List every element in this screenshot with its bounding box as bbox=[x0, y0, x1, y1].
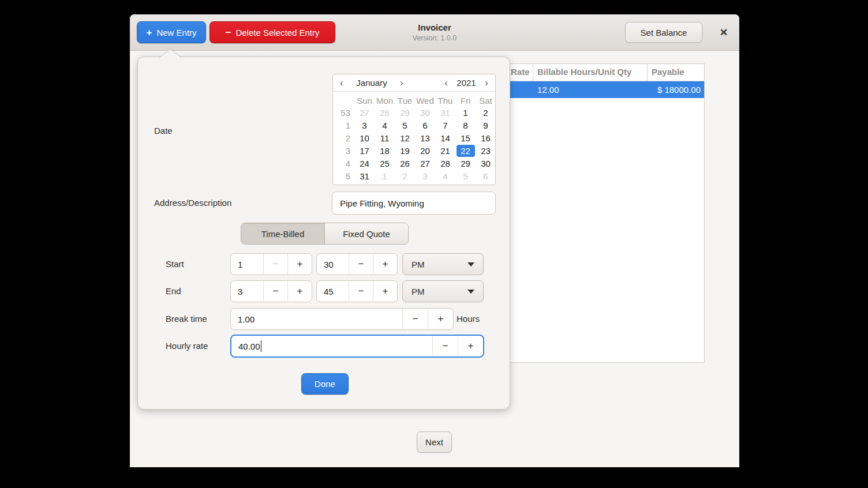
calendar-day[interactable]: 17 bbox=[354, 145, 375, 157]
calendar-day[interactable]: 25 bbox=[375, 157, 395, 170]
minus-icon: − bbox=[413, 313, 418, 325]
calendar-day[interactable]: 6 bbox=[476, 170, 496, 183]
calendar-weekday-label: Wed bbox=[415, 94, 435, 107]
calendar-day[interactable]: 11 bbox=[375, 132, 395, 145]
set-balance-label: Set Balance bbox=[641, 28, 687, 37]
prev-month-button[interactable]: ‹ bbox=[335, 78, 349, 88]
calendar-day[interactable]: 15 bbox=[455, 132, 476, 145]
address-label: Address/Description bbox=[154, 198, 231, 208]
calendar-day[interactable]: 2 bbox=[476, 107, 496, 119]
calendar-grid: SunMonTueWedThuFriSat5327282930311213456… bbox=[334, 94, 496, 183]
calendar-day[interactable]: 4 bbox=[435, 170, 455, 183]
calendar-day[interactable]: 27 bbox=[415, 157, 435, 170]
tab-time-billed[interactable]: Time-Billed bbox=[241, 223, 324, 244]
calendar-day[interactable]: 28 bbox=[375, 107, 395, 119]
calendar-day[interactable]: 1 bbox=[375, 170, 395, 183]
end-hour-decrement-button[interactable]: − bbox=[263, 281, 287, 302]
end-meridiem-select[interactable]: PM bbox=[402, 280, 484, 302]
hourly-rate-input[interactable]: 40.00 bbox=[231, 336, 432, 356]
calendar-day[interactable]: 23 bbox=[476, 145, 496, 157]
plus-icon: + bbox=[383, 286, 388, 297]
calendar-day[interactable]: 3 bbox=[354, 119, 375, 132]
start-minute-increment-button[interactable]: + bbox=[373, 254, 397, 275]
next-month-button[interactable]: › bbox=[395, 78, 409, 88]
calendar-year-label: 2021 bbox=[453, 78, 480, 88]
break-time-input[interactable]: 1.00 bbox=[231, 309, 402, 329]
calendar-day[interactable]: 9 bbox=[476, 119, 496, 132]
table-header-cell[interactable]: Billable Hours/Unit Qty bbox=[533, 64, 648, 81]
calendar-day[interactable]: 5 bbox=[395, 119, 415, 132]
calendar-day[interactable]: 7 bbox=[435, 119, 455, 132]
break-time-increment-button[interactable]: + bbox=[428, 309, 453, 329]
tab-fixed-quote[interactable]: Fixed Quote bbox=[324, 223, 408, 244]
table-header-cell[interactable]: Payable bbox=[648, 64, 704, 81]
end-minute-decrement-button[interactable]: − bbox=[349, 281, 373, 302]
calendar-day[interactable]: 29 bbox=[455, 157, 476, 170]
start-hour-spinner: 1 − + bbox=[230, 253, 312, 275]
hourly-rate-increment-button[interactable]: + bbox=[458, 336, 483, 356]
close-button[interactable]: ✕ bbox=[714, 22, 734, 42]
calendar-day[interactable]: 31 bbox=[435, 107, 455, 119]
new-entry-label: New Entry bbox=[156, 28, 196, 37]
end-hour-input[interactable]: 3 bbox=[231, 281, 263, 302]
break-time-decrement-button[interactable]: − bbox=[402, 309, 428, 329]
calendar-day[interactable]: 5 bbox=[455, 170, 476, 183]
start-hour-decrement-button[interactable]: − bbox=[263, 254, 287, 275]
chevron-down-icon bbox=[467, 290, 474, 294]
calendar-weekday-label: Tue bbox=[395, 94, 415, 107]
start-hour-increment-button[interactable]: + bbox=[287, 254, 312, 275]
calendar-day[interactable]: 14 bbox=[435, 132, 455, 145]
calendar-day[interactable]: 19 bbox=[395, 145, 415, 157]
calendar-day[interactable]: 21 bbox=[435, 145, 455, 157]
new-entry-button[interactable]: + New Entry bbox=[137, 21, 206, 43]
calendar-day[interactable]: 12 bbox=[395, 132, 415, 145]
calendar-day[interactable]: 8 bbox=[455, 119, 476, 132]
calendar-day[interactable]: 1 bbox=[455, 107, 476, 119]
table-header-cell[interactable]: Rate bbox=[507, 64, 533, 81]
calendar-day[interactable]: 3 bbox=[415, 170, 435, 183]
minus-icon: − bbox=[443, 340, 448, 352]
start-minute-spinner: 30 − + bbox=[316, 253, 398, 275]
headerbar: + New Entry − Delete Selected Entry Invo… bbox=[130, 14, 739, 51]
calendar-day[interactable]: 6 bbox=[415, 119, 435, 132]
end-hour-increment-button[interactable]: + bbox=[287, 281, 312, 302]
calendar-day[interactable]: 10 bbox=[354, 132, 375, 145]
calendar-day[interactable]: 30 bbox=[415, 107, 435, 119]
calendar-day[interactable]: 16 bbox=[476, 132, 496, 145]
address-value: Pipe Fitting, Wyoming bbox=[340, 198, 424, 208]
close-icon: ✕ bbox=[720, 27, 728, 39]
calendar-day[interactable]: 18 bbox=[375, 145, 395, 157]
start-hour-input[interactable]: 1 bbox=[231, 254, 263, 275]
calendar-day[interactable]: 28 bbox=[435, 157, 455, 170]
calendar-day[interactable]: 20 bbox=[415, 145, 435, 157]
calendar-day[interactable]: 27 bbox=[354, 107, 375, 119]
plus-icon: + bbox=[297, 258, 303, 270]
prev-year-button[interactable]: ‹ bbox=[439, 78, 453, 88]
calendar-day[interactable]: 30 bbox=[476, 157, 496, 170]
end-minute-input[interactable]: 45 bbox=[317, 281, 349, 302]
hourly-rate-decrement-button[interactable]: − bbox=[432, 336, 458, 356]
calendar-day[interactable]: 13 bbox=[415, 132, 435, 145]
calendar-day[interactable]: 24 bbox=[354, 157, 375, 170]
popover-arrow bbox=[159, 48, 182, 58]
delete-selected-entry-button[interactable]: − Delete Selected Entry bbox=[209, 21, 335, 43]
calendar-day[interactable]: 4 bbox=[375, 119, 395, 132]
start-meridiem-select[interactable]: PM bbox=[402, 253, 484, 275]
calendar-weekday-label: Mon bbox=[375, 94, 395, 107]
calendar-day[interactable]: 29 bbox=[395, 107, 415, 119]
start-minute-input[interactable]: 30 bbox=[317, 254, 349, 275]
calendar-day[interactable]: 31 bbox=[354, 170, 375, 183]
calendar-day[interactable]: 26 bbox=[395, 157, 415, 170]
date-label: Date bbox=[154, 126, 173, 136]
set-balance-button[interactable]: Set Balance bbox=[625, 22, 702, 43]
start-minute-decrement-button[interactable]: − bbox=[349, 254, 373, 275]
next-year-button[interactable]: › bbox=[480, 78, 493, 88]
calendar-day[interactable]: 2 bbox=[395, 170, 415, 183]
screen: + New Entry − Delete Selected Entry Invo… bbox=[0, 0, 868, 488]
address-input[interactable]: Pipe Fitting, Wyoming bbox=[332, 192, 496, 215]
done-button[interactable]: Done bbox=[301, 373, 349, 395]
calendar-weekday-label: Thu bbox=[435, 94, 455, 107]
end-minute-increment-button[interactable]: + bbox=[373, 281, 397, 302]
next-button[interactable]: Next bbox=[417, 431, 452, 453]
calendar-day-selected[interactable]: 22 bbox=[455, 145, 476, 157]
